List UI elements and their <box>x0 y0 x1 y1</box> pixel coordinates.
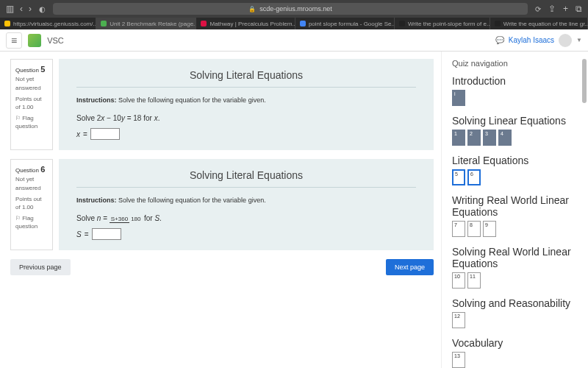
next-page-button[interactable]: Next page <box>386 259 434 275</box>
back-icon[interactable]: ‹ <box>20 4 23 14</box>
reload-icon[interactable]: ⟳ <box>535 5 541 13</box>
question-title: Solving Literal Equations <box>76 69 416 81</box>
nav-section-label: Solving Real World Linear Equations <box>452 246 578 269</box>
tab-1[interactable]: Unit 2 Benchmark Retake (page... <box>96 18 196 29</box>
nav-question-box[interactable]: 10 <box>452 272 465 289</box>
question-points: Points out of 1.00 <box>15 95 48 111</box>
quiz-content: Question 5 Not yet answered Points out o… <box>0 52 441 368</box>
browser-tabs: https://virtualsc.geniussis.com/... Unit… <box>0 18 588 29</box>
nav-question-box[interactable]: 11 <box>467 272 481 289</box>
tab-favicon <box>4 21 10 26</box>
tab-favicon <box>300 21 306 26</box>
scrollbar[interactable] <box>582 52 587 368</box>
answer-row: x= <box>76 128 416 140</box>
pager: Previous page Next page <box>10 259 434 275</box>
nav-section: Solving Linear Equations1234 <box>452 115 578 146</box>
avatar[interactable] <box>559 34 572 47</box>
answer-row: S= <box>76 228 416 240</box>
chrome-right: ⇪ + ⧉ <box>548 4 582 14</box>
answer-var: x <box>76 130 80 138</box>
answer-input[interactable] <box>92 228 121 240</box>
new-tab-icon[interactable]: + <box>563 4 568 14</box>
menu-icon[interactable]: ≡ <box>6 32 22 49</box>
nav-section-label: Writing Real World Linear Equations <box>452 194 578 218</box>
question-points: Points out of 1.00 <box>15 195 48 211</box>
nav-question-box[interactable]: 5 <box>452 169 465 185</box>
question-status: Not yet answered <box>15 175 48 191</box>
nav-section-label: Solving Linear Equations <box>452 115 578 127</box>
nav-question-box[interactable]: 8 <box>467 221 481 237</box>
question-status: Not yet answered <box>15 75 48 91</box>
user-name[interactable]: Kaylah Isaacs <box>509 36 554 44</box>
question-block-5: Question 5 Not yet answered Points out o… <box>10 59 434 150</box>
prev-page-button[interactable]: Previous page <box>10 259 71 275</box>
question-body: Solving Literal Equations Instructions: … <box>59 159 434 250</box>
flag-question[interactable]: ⚐ Flag question <box>15 114 48 130</box>
flag-question[interactable]: ⚐ Flag question <box>15 214 48 230</box>
nav-section-label: Vocabulary <box>452 337 578 349</box>
tabs-icon[interactable]: ⧉ <box>576 4 582 14</box>
question-title: Solving Literal Equations <box>76 169 416 181</box>
nav-boxes: 56 <box>452 169 578 185</box>
nav-question-box[interactable]: 9 <box>483 221 496 237</box>
tab-0[interactable]: https://virtualsc.geniussis.com/... <box>0 18 96 29</box>
tab-2[interactable]: Mathway | Precalculus Problem... <box>196 18 295 29</box>
nav-question-box[interactable]: 12 <box>452 312 465 328</box>
tab-favicon <box>201 21 207 26</box>
nav-title: Quiz navigation <box>452 59 578 68</box>
nav-section: Introductioni <box>452 75 578 106</box>
tab-3[interactable]: point slope formula - Google Se... <box>295 18 395 29</box>
nav-section: Solving Real World Linear Equations1011 <box>452 246 578 289</box>
nav-boxes: 1234 <box>452 130 578 146</box>
tab-label: Write the equation of the line gr... <box>503 21 588 27</box>
nav-question-box[interactable]: 3 <box>483 130 496 146</box>
question-info: Question 5 Not yet answered Points out o… <box>10 59 53 150</box>
nav-section: Vocabulary13 <box>452 337 578 368</box>
url-text: scde-genius.mrooms.net <box>259 5 332 13</box>
nav-question-box[interactable]: 1 <box>452 130 465 146</box>
nav-section-label: Literal Equations <box>452 155 578 166</box>
app-logo <box>28 34 41 47</box>
quiz-navigation: Quiz navigation IntroductioniSolving Lin… <box>441 52 588 368</box>
equals: = <box>85 230 89 238</box>
tab-4[interactable]: Write the point-slope form of e... <box>395 18 490 29</box>
nav-question-box[interactable]: 7 <box>452 221 465 237</box>
question-info: Question 6 Not yet answered Points out o… <box>10 159 53 250</box>
nav-question-box[interactable]: 2 <box>467 130 481 146</box>
question-block-6: Question 6 Not yet answered Points out o… <box>10 159 434 250</box>
question-number: Question 5 <box>15 64 48 75</box>
nav-section: Literal Equations56 <box>452 155 578 185</box>
equals: = <box>83 130 87 138</box>
nav-section: Writing Real World Linear Equations789 <box>452 194 578 237</box>
share-icon[interactable]: ⇪ <box>548 4 556 14</box>
question-instructions: Instructions: Solve the following equati… <box>76 197 416 204</box>
tab-label: Write the point-slope form of e... <box>408 21 490 27</box>
nav-question-box[interactable]: 4 <box>498 130 512 146</box>
tab-label: Mathway | Precalculus Problem... <box>209 21 295 27</box>
tab-favicon <box>399 21 405 26</box>
nav-section: Solving and Reasonability12 <box>452 297 578 328</box>
nav-boxes: 789 <box>452 221 578 237</box>
nav-question-box[interactable]: 6 <box>467 169 481 185</box>
lock-icon: 🔒 <box>248 6 256 13</box>
answer-input[interactable] <box>90 128 120 140</box>
url-bar[interactable]: 🔒 scde-genius.mrooms.net <box>53 3 528 15</box>
tab-label: point slope formula - Google Se... <box>309 21 395 27</box>
question-number: Question 6 <box>15 164 48 175</box>
scroll-thumb[interactable] <box>582 59 587 103</box>
shield-icon[interactable]: ◐ <box>39 5 46 13</box>
equation: Solve 2x − 10y = 18 for x. <box>76 114 416 122</box>
comment-icon[interactable]: 💬 <box>495 36 504 44</box>
tab-label: Unit 2 Benchmark Retake (page... <box>110 21 196 27</box>
nav-boxes: 13 <box>452 352 578 368</box>
forward-icon[interactable]: › <box>29 4 32 14</box>
browser-toolbar: ▥ ‹ › ◐ 🔒 scde-genius.mrooms.net ⟳ ⇪ + ⧉ <box>0 0 588 18</box>
sidebar-toggle-icon[interactable]: ▥ <box>6 4 14 14</box>
tab-5[interactable]: Write the equation of the line gr... <box>490 18 588 29</box>
nav-question-box[interactable]: i <box>452 90 465 106</box>
question-instructions: Instructions: Solve the following equati… <box>76 96 416 104</box>
app-brand: VSC <box>47 36 64 45</box>
nav-question-box[interactable]: 13 <box>452 352 465 368</box>
chevron-down-icon[interactable]: ▼ <box>576 37 582 43</box>
tab-label: https://virtualsc.geniussis.com/... <box>13 21 96 27</box>
